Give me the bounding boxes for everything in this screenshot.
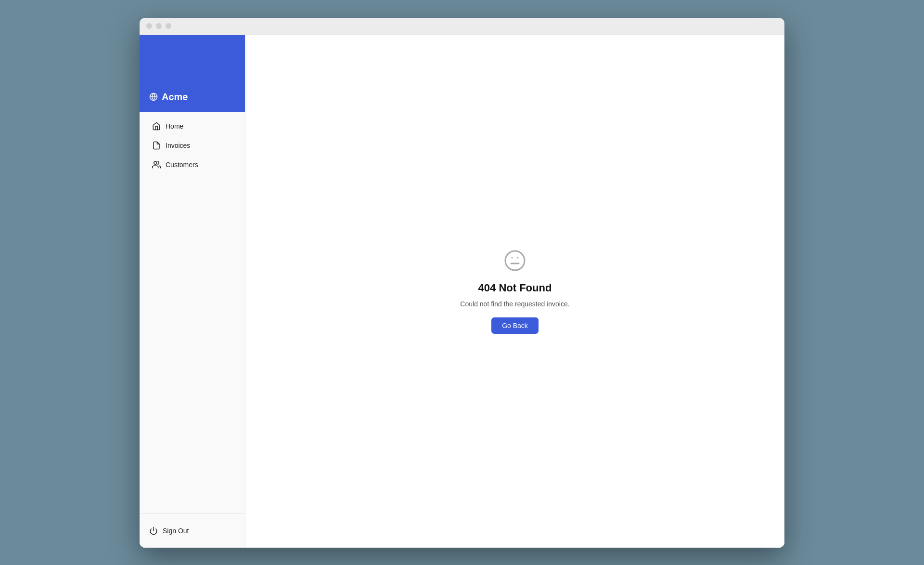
invoices-label: Invoices — [166, 142, 190, 149]
sidebar-logo: Acme — [140, 35, 245, 112]
go-back-button[interactable]: Go Back — [491, 317, 539, 334]
traffic-light-close[interactable] — [146, 23, 152, 29]
logo-content: Acme — [149, 92, 188, 103]
globe-icon — [149, 92, 158, 101]
sidebar-item-invoices[interactable]: Invoices — [143, 136, 241, 155]
sidebar-item-customers[interactable]: Customers — [143, 156, 241, 174]
power-icon — [149, 526, 158, 535]
home-icon — [152, 122, 161, 131]
sidebar: Acme Home — [140, 35, 245, 548]
titlebar — [140, 18, 784, 35]
error-title: 404 Not Found — [478, 282, 552, 294]
invoice-icon — [152, 141, 161, 150]
sign-out-label: Sign Out — [163, 527, 189, 535]
customers-icon — [152, 160, 161, 169]
main-content: 404 Not Found Could not find the request… — [245, 35, 784, 548]
nav-items: Home Invoices — [140, 112, 245, 513]
sad-face-icon — [503, 249, 526, 274]
app-window: Acme Home — [140, 18, 784, 548]
traffic-light-minimize[interactable] — [156, 23, 162, 29]
error-container: 404 Not Found Could not find the request… — [460, 249, 569, 334]
traffic-light-maximize[interactable] — [166, 23, 171, 29]
sidebar-footer: Sign Out — [140, 513, 245, 548]
brand-name: Acme — [162, 92, 188, 103]
sign-out-button[interactable]: Sign Out — [145, 522, 239, 540]
app-body: Acme Home — [140, 35, 784, 548]
sidebar-item-home[interactable]: Home — [143, 117, 241, 135]
customers-label: Customers — [166, 161, 198, 169]
traffic-lights — [146, 23, 171, 29]
home-label: Home — [166, 122, 183, 130]
error-message: Could not find the requested invoice. — [460, 300, 569, 308]
svg-point-2 — [154, 161, 157, 164]
svg-point-4 — [505, 251, 525, 270]
